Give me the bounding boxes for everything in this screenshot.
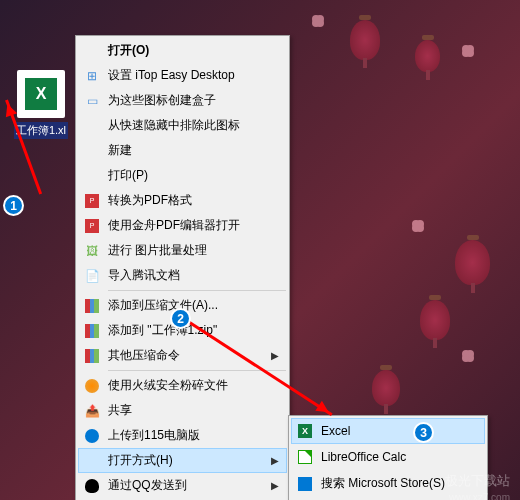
menu-new[interactable]: 新建 <box>78 138 287 163</box>
submenu-libreoffice[interactable]: LibreOffice Calc <box>291 444 485 470</box>
menu-huorong-shred[interactable]: 使用火绒安全粉碎文件 <box>78 373 287 398</box>
annotation-badge-3: 3 <box>413 422 434 443</box>
menu-tencent-doc[interactable]: 📄 导入腾讯文档 <box>78 263 287 288</box>
image-batch-icon: 🖼 <box>82 243 102 259</box>
blank-icon <box>82 43 102 59</box>
menu-label: 使用火绒安全粉碎文件 <box>108 377 279 394</box>
pdf-icon: P <box>82 193 102 209</box>
menu-label: 打开(O) <box>108 42 279 59</box>
tencent-doc-icon: 📄 <box>82 268 102 284</box>
submenu-excel[interactable]: X Excel <box>291 418 485 444</box>
menu-label: 打印(P) <box>108 167 279 184</box>
submenu-arrow-icon: ▶ <box>271 480 279 491</box>
menu-batch-img[interactable]: 🖼 进行 图片批量处理 <box>78 238 287 263</box>
menu-print[interactable]: 打印(P) <box>78 163 287 188</box>
menu-label: 共享 <box>108 402 279 419</box>
menu-label: 设置 iTop Easy Desktop <box>108 67 279 84</box>
menu-qq-send[interactable]: 通过QQ发送到 ▶ <box>78 473 287 498</box>
menu-label: 为这些图标创建盒子 <box>108 92 279 109</box>
menu-label: LibreOffice Calc <box>321 450 477 464</box>
menu-share[interactable]: 📤 共享 <box>78 398 287 423</box>
pdf-editor-icon: P <box>82 218 102 234</box>
menu-label: 进行 图片批量处理 <box>108 242 279 259</box>
books-icon <box>82 323 102 339</box>
huorong-icon <box>82 378 102 394</box>
menu-label: 导入腾讯文档 <box>108 267 279 284</box>
menu-open-with[interactable]: 打开方式(H) ▶ <box>78 448 287 473</box>
menu-label: 打开方式(H) <box>108 452 267 469</box>
menu-label: 上传到115电脑版 <box>108 427 279 444</box>
menu-label: 使用金舟PDF编辑器打开 <box>108 217 279 234</box>
ms-store-icon <box>295 476 315 492</box>
qq-icon <box>82 478 102 494</box>
annotation-badge-1: 1 <box>3 195 24 216</box>
watermark-url: www.xz7.com <box>449 492 510 500</box>
desktop-file-icon[interactable]: X 工作簿1.xl <box>10 70 72 139</box>
menu-separator <box>108 290 286 291</box>
blank-icon <box>82 143 102 159</box>
itop-icon: ⊞ <box>82 68 102 84</box>
context-menu: 打开(O) ⊞ 设置 iTop Easy Desktop ▭ 为这些图标创建盒子… <box>75 35 290 500</box>
excel-file-icon: X <box>17 70 65 118</box>
libreoffice-icon <box>295 449 315 465</box>
115-icon <box>82 428 102 444</box>
submenu-arrow-icon: ▶ <box>271 350 279 361</box>
box-icon: ▭ <box>82 93 102 109</box>
menu-open[interactable]: 打开(O) <box>78 38 287 63</box>
menu-upload-115[interactable]: 上传到115电脑版 <box>78 423 287 448</box>
menu-itop[interactable]: ⊞ 设置 iTop Easy Desktop <box>78 63 287 88</box>
menu-create-box[interactable]: ▭ 为这些图标创建盒子 <box>78 88 287 113</box>
menu-exclude-hide[interactable]: 从快速隐藏中排除此图标 <box>78 113 287 138</box>
menu-label: 从快速隐藏中排除此图标 <box>108 117 279 134</box>
books-icon <box>82 298 102 314</box>
watermark-text: 极光下载站 <box>445 472 510 490</box>
menu-label: 通过QQ发送到 <box>108 477 267 494</box>
menu-label: 添加到压缩文件(A)... <box>108 297 279 314</box>
menu-label: Excel <box>321 424 477 438</box>
submenu-arrow-icon: ▶ <box>271 455 279 466</box>
menu-label: 转换为PDF格式 <box>108 192 279 209</box>
excel-icon: X <box>295 423 315 439</box>
books-icon <box>82 348 102 364</box>
blank-icon <box>82 453 102 469</box>
share-icon: 📤 <box>82 403 102 419</box>
annotation-badge-2: 2 <box>170 308 191 329</box>
blank-icon <box>82 168 102 184</box>
desktop-file-label: 工作簿1.xl <box>14 122 68 139</box>
menu-label: 新建 <box>108 142 279 159</box>
menu-to-pdf[interactable]: P 转换为PDF格式 <box>78 188 287 213</box>
blank-icon <box>82 118 102 134</box>
menu-jinzhou-pdf[interactable]: P 使用金舟PDF编辑器打开 <box>78 213 287 238</box>
